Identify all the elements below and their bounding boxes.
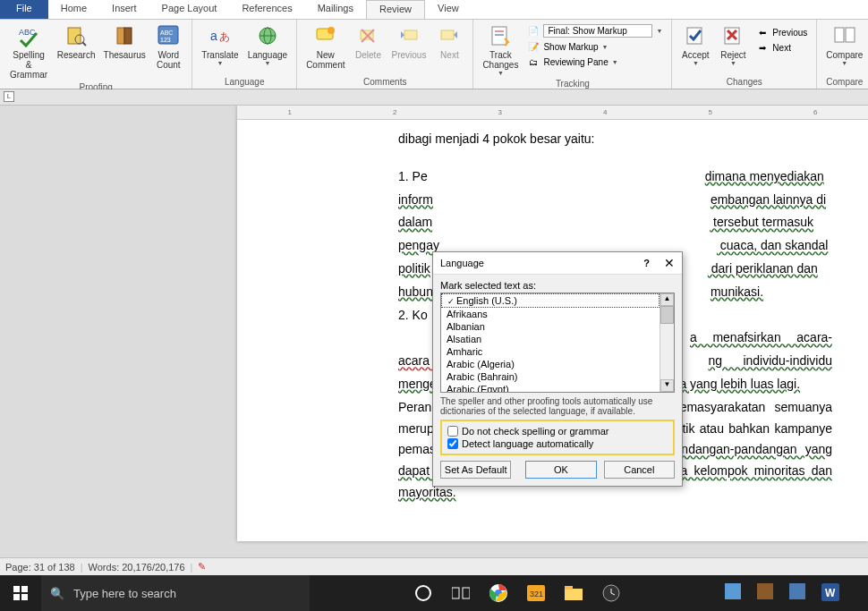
tab-file[interactable]: File — [0, 0, 48, 19]
do-not-check-spelling-checkbox[interactable]: Do not check spelling or grammar — [447, 425, 668, 437]
list-item[interactable]: Afrikaans — [441, 308, 660, 320]
ok-button[interactable]: OK — [525, 461, 596, 479]
new-comment-button[interactable]: New Comment — [302, 21, 348, 72]
tray-app-icon[interactable] — [757, 583, 777, 603]
tab-mailings[interactable]: Mailings — [305, 0, 366, 19]
file-explorer-icon[interactable] — [562, 581, 585, 605]
tray-app-icon[interactable] — [789, 583, 809, 603]
display-for-review-dropdown[interactable]: 📄 Final: Show Markup ▼ — [523, 23, 666, 38]
scroll-up-icon[interactable]: ▲ — [660, 293, 674, 306]
tab-insert[interactable]: Insert — [99, 0, 149, 19]
cortana-icon[interactable] — [412, 581, 435, 605]
reject-icon — [720, 23, 745, 48]
previous-change-button[interactable]: ⬅ Previous — [753, 25, 811, 39]
new-comment-icon — [313, 23, 338, 48]
group-tracking: Track Changes ▼ 📄 Final: Show Markup ▼ 📝… — [473, 20, 672, 89]
thesaurus-button[interactable]: Thesaurus — [100, 21, 149, 62]
doc-line: 1. Pedimana menyediakan — [398, 166, 832, 188]
track-changes-button[interactable]: Track Changes ▼ — [479, 21, 522, 78]
language-dialog: Language ? ✕ Mark selected text as: Engl… — [432, 251, 683, 487]
list-item[interactable]: Arabic (Bahrain) — [441, 370, 660, 383]
scroll-thumb[interactable] — [660, 306, 674, 324]
thesaurus-icon — [112, 23, 137, 48]
svg-text:あ: あ — [219, 30, 230, 43]
next-icon — [437, 23, 462, 48]
group-proofing: ABC Spelling & Grammar Research Thesauru… — [0, 20, 192, 89]
chevron-down-icon: ▼ — [264, 60, 270, 66]
svg-text:123: 123 — [160, 37, 171, 43]
tab-home[interactable]: Home — [48, 0, 99, 19]
language-listbox[interactable]: English (U.S.) Afrikaans Albanian Alsati… — [440, 293, 675, 393]
translate-button[interactable]: aあ Translate ▼ — [198, 21, 242, 68]
chevron-down-icon: ▼ — [217, 60, 223, 66]
list-item[interactable]: Alsatian — [441, 333, 660, 345]
language-button[interactable]: Language ▼ — [244, 21, 292, 68]
page-indicator[interactable]: Page: 31 of 138 — [5, 562, 75, 573]
group-compare: Compare ▼ Compare — [817, 20, 868, 89]
search-icon: 🔍 — [50, 587, 64, 600]
scroll-down-icon[interactable]: ▼ — [660, 379, 674, 392]
tab-references[interactable]: References — [229, 0, 304, 19]
accept-icon — [683, 23, 708, 48]
svg-rect-51 — [757, 583, 773, 599]
dialog-note: The speller and other proofing tools aut… — [440, 396, 675, 416]
tab-view[interactable]: View — [425, 0, 472, 19]
scrollbar[interactable]: ▲ ▼ — [660, 293, 674, 392]
svg-rect-50 — [725, 583, 741, 599]
svg-rect-39 — [452, 588, 459, 598]
previous-comment-button[interactable]: Previous — [387, 21, 430, 62]
doc-line: informembangan lainnya di — [398, 190, 832, 211]
next-change-button[interactable]: ➡ Next — [753, 40, 811, 55]
research-button[interactable]: Research — [54, 21, 98, 62]
reject-button[interactable]: Reject ▼ — [715, 21, 751, 68]
media-player-icon[interactable]: 321 — [524, 581, 548, 605]
clock-icon[interactable] — [600, 581, 623, 605]
svg-point-38 — [416, 586, 430, 600]
close-icon[interactable]: ✕ — [664, 256, 675, 270]
task-view-icon[interactable] — [449, 581, 472, 605]
svg-rect-37 — [21, 594, 28, 600]
start-button[interactable] — [0, 575, 41, 611]
next-comment-button[interactable]: Next — [431, 21, 467, 62]
svg-text:a: a — [210, 29, 217, 43]
spelling-grammar-button[interactable]: ABC Spelling & Grammar — [5, 21, 52, 81]
word-app-icon[interactable]: W — [821, 583, 841, 603]
checkbox-input[interactable] — [447, 426, 458, 437]
set-as-default-button[interactable]: Set As Default — [440, 461, 511, 479]
detect-language-checkbox[interactable]: Detect language automatically — [447, 437, 668, 450]
horizontal-ruler[interactable]: 1 2 3 4 5 6 — [237, 106, 868, 120]
cancel-button[interactable]: Cancel — [604, 461, 675, 479]
word-count-button[interactable]: ABC123 Word Count — [150, 21, 186, 72]
list-item[interactable]: Arabic (Algeria) — [441, 358, 660, 370]
delete-icon — [355, 23, 380, 48]
chevron-down-icon: ▼ — [841, 60, 847, 66]
vertical-ruler-corner: L — [0, 89, 868, 106]
reviewing-pane-button[interactable]: 🗂 Reviewing Pane ▼ — [523, 55, 666, 69]
wordcount-icon: ABC123 — [156, 23, 181, 48]
svg-line-3 — [82, 42, 86, 46]
list-item[interactable]: Albanian — [441, 320, 660, 333]
scroll-track[interactable] — [660, 324, 674, 379]
show-markup-icon: 📝 — [527, 40, 540, 53]
word-count-indicator[interactable]: Words: 20,176/20,176 — [89, 562, 185, 573]
tab-pagelayout[interactable]: Page Layout — [149, 0, 230, 19]
proofing-status-icon[interactable]: ✎ — [198, 561, 206, 573]
taskbar-search[interactable]: 🔍 Type here to search — [41, 575, 310, 611]
show-markup-button[interactable]: 📝 Show Markup ▼ — [523, 39, 666, 54]
checkbox-input[interactable] — [447, 438, 458, 449]
tray-app-icon[interactable] — [725, 583, 745, 603]
svg-rect-28 — [835, 28, 844, 42]
delete-comment-button[interactable]: Delete — [350, 21, 386, 62]
svg-rect-36 — [13, 594, 20, 600]
help-icon[interactable]: ? — [643, 258, 650, 268]
tab-review[interactable]: Review — [366, 0, 425, 19]
accept-button[interactable]: Accept ▼ — [677, 21, 713, 68]
list-item[interactable]: Arabic (Egypt) — [441, 383, 660, 392]
chrome-icon[interactable] — [487, 581, 510, 605]
list-item[interactable]: English (U.S.) — [441, 293, 660, 308]
chevron-down-icon: ▼ — [656, 28, 662, 34]
compare-button[interactable]: Compare ▼ — [822, 21, 866, 68]
list-item[interactable]: Amharic — [441, 345, 660, 358]
document-workspace: 1 2 3 4 5 6 dibagi menjadi 4 pokok besar… — [0, 106, 868, 571]
dialog-titlebar[interactable]: Language ? ✕ — [433, 252, 682, 275]
